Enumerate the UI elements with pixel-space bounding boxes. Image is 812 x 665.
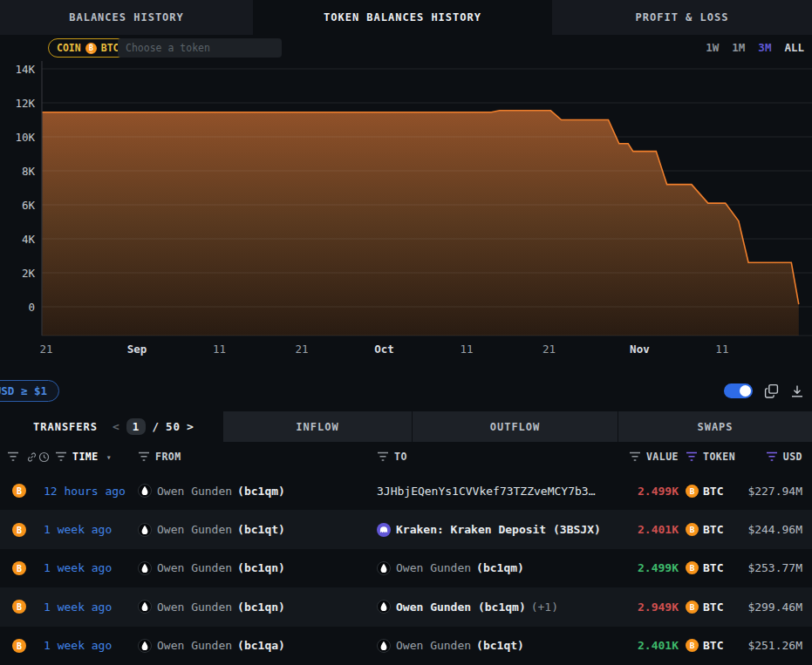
to-entity[interactable]: Owen Gunden (bc1qm) (+1) <box>377 600 611 614</box>
time-sort-caret-icon[interactable]: ▾ <box>106 452 113 462</box>
download-icon[interactable] <box>790 384 804 398</box>
clock-icon[interactable] <box>38 451 50 463</box>
svg-text:B: B <box>89 44 93 52</box>
usd-value: $299.46M <box>737 601 812 614</box>
chart-toggle-switch[interactable] <box>724 383 753 398</box>
tab-outflow[interactable]: OUTFLOW <box>412 411 618 442</box>
btc-icon: B <box>686 601 699 614</box>
coin-pill-token: BTC <box>101 42 119 54</box>
y-axis-tick-label: 10K <box>15 131 35 144</box>
table-row[interactable]: B 1 week ago Owen Gunden (bc1qa) Owen Gu… <box>0 627 812 665</box>
tab-transfers[interactable]: TRANSFERS < 1 / 50 > <box>0 411 222 442</box>
owen-gunden-avatar <box>138 639 152 653</box>
value-filter-funnel-icon[interactable] <box>629 451 641 462</box>
table-row[interactable]: B 1 week ago Owen Gunden (bc1qt) Kraken:… <box>0 510 812 548</box>
copy-icon[interactable] <box>764 383 779 398</box>
token-cell: B BTC <box>679 639 737 652</box>
from-entity[interactable]: Owen Gunden (bc1qa) <box>138 639 377 653</box>
transfer-time-link[interactable]: 12 hours ago <box>38 485 138 498</box>
x-axis-tick-label: 21 <box>295 343 308 356</box>
y-axis-tick-label: 0 <box>28 301 35 314</box>
btc-icon: B <box>12 600 26 614</box>
owen-gunden-avatar <box>377 639 391 653</box>
y-axis-tick-label: 2K <box>22 267 36 280</box>
token-cell: B BTC <box>679 485 737 498</box>
chart-controls: COIN B BTC 1W 1M 3M ALL <box>0 38 812 59</box>
next-page-chevron-icon[interactable]: > <box>187 420 194 433</box>
from-entity[interactable]: Owen Gunden (bc1qn) <box>138 600 377 614</box>
table-row[interactable]: B 1 week ago Owen Gunden (bc1qn) Owen Gu… <box>0 587 812 626</box>
range-1m[interactable]: 1M <box>732 41 745 54</box>
range-3m[interactable]: 3M <box>758 41 771 54</box>
link-icon[interactable] <box>26 451 38 463</box>
transfers-table: B 12 hours ago Owen Gunden (bc1qm) 3JHbj… <box>0 472 812 665</box>
to-entity[interactable]: Kraken: Kraken Deposit (3BSJX) <box>377 523 611 537</box>
y-axis-tick-label: 12K <box>15 97 35 110</box>
x-axis-tick-label: 11 <box>715 343 728 356</box>
svg-text:B: B <box>690 563 695 573</box>
to-entity[interactable]: Owen Gunden (bc1qt) <box>377 639 611 653</box>
transfer-value: 2.499K <box>611 485 679 498</box>
transfer-time-link[interactable]: 1 week ago <box>38 561 138 574</box>
x-axis-tick-label: 21 <box>39 343 52 356</box>
transfers-label: TRANSFERS <box>33 421 98 433</box>
time-filter-funnel-icon[interactable] <box>55 451 67 462</box>
tab-inflow[interactable]: INFLOW <box>222 411 412 442</box>
header-value: VALUE <box>646 451 679 463</box>
to-entity[interactable]: Owen Gunden (bc1qm) <box>377 561 611 575</box>
x-axis-tick-label: Sep <box>127 343 147 356</box>
transfer-value: 2.499K <box>611 561 679 574</box>
svg-text:B: B <box>690 602 695 612</box>
filter-funnel-icon[interactable] <box>7 451 19 462</box>
transfer-value: 2.401K <box>611 639 679 652</box>
page-separator: / <box>152 420 160 433</box>
btc-icon: B <box>686 485 699 498</box>
transfers-tab-bar: TRANSFERS < 1 / 50 > INFLOW OUTFLOW SWAP… <box>0 411 812 442</box>
from-entity[interactable]: Owen Gunden (bc1qt) <box>138 523 377 537</box>
range-all[interactable]: ALL <box>784 41 804 54</box>
usd-minimum-filter-pill[interactable]: USD ≥ $1 <box>0 380 59 402</box>
usd-filter-funnel-icon-active[interactable] <box>766 451 778 462</box>
token-cell: B BTC <box>679 561 737 574</box>
transfer-time-link[interactable]: 1 week ago <box>38 601 138 614</box>
svg-text:B: B <box>17 641 22 650</box>
from-filter-funnel-icon[interactable] <box>138 451 150 462</box>
to-filter-funnel-icon[interactable] <box>377 451 389 462</box>
transfer-time-link[interactable]: 1 week ago <box>38 523 138 536</box>
coin-pill-label: COIN <box>57 42 81 54</box>
header-time: TIME <box>72 451 99 463</box>
transfer-time-link[interactable]: 1 week ago <box>38 639 138 652</box>
y-axis-tick-label: 4K <box>22 233 36 246</box>
header-usd: USD <box>783 451 802 463</box>
y-axis-tick-label: 14K <box>15 63 35 76</box>
pagination: < 1 / 50 > <box>113 418 194 435</box>
time-range-selector: 1W 1M 3M ALL <box>706 41 804 54</box>
prev-page-chevron-icon[interactable]: < <box>113 420 120 433</box>
toggle-knob <box>740 385 751 397</box>
btc-icon: B <box>686 639 699 652</box>
tab-swaps[interactable]: SWAPS <box>618 411 812 442</box>
btc-balance-area <box>42 111 799 336</box>
token-cell: B BTC <box>679 523 737 536</box>
btc-icon: B <box>85 43 97 54</box>
coin-token-pill[interactable]: COIN B BTC <box>48 38 127 58</box>
svg-text:B: B <box>690 486 695 496</box>
svg-text:B: B <box>17 564 22 573</box>
svg-text:B: B <box>17 602 22 612</box>
usd-value: $251.26M <box>737 639 812 652</box>
token-filter-funnel-icon-active[interactable] <box>686 451 698 462</box>
header-from: FROM <box>155 451 181 463</box>
to-address[interactable]: 3JHbjEQenYs1CVVkef73TZZveMCY7b3… <box>377 485 611 498</box>
filter-bar: USD ≥ $1 <box>0 380 812 404</box>
table-row[interactable]: B 12 hours ago Owen Gunden (bc1qm) 3JHbj… <box>0 472 812 510</box>
token-search-input[interactable] <box>118 38 282 58</box>
from-entity[interactable]: Owen Gunden (bc1qm) <box>138 484 377 498</box>
x-axis-tick-label: 11 <box>460 343 473 356</box>
svg-text:B: B <box>17 525 22 534</box>
svg-text:B: B <box>17 486 22 496</box>
from-entity[interactable]: Owen Gunden (bc1qn) <box>138 561 377 575</box>
range-1w[interactable]: 1W <box>706 41 719 54</box>
table-row[interactable]: B 1 week ago Owen Gunden (bc1qn) Owen Gu… <box>0 549 812 587</box>
token-balances-app: BALANCES HISTORY TOKEN BALANCES HISTORY … <box>0 0 812 665</box>
header-token: TOKEN <box>703 451 735 463</box>
